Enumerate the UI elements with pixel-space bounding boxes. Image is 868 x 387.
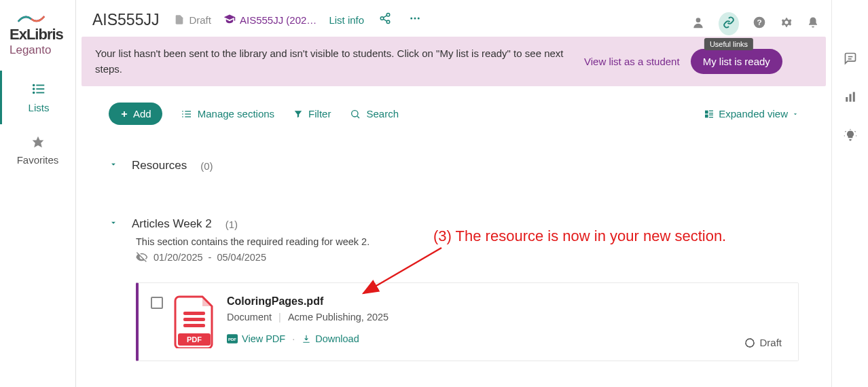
help-icon[interactable]: ? xyxy=(753,16,766,32)
draft-status-icon xyxy=(744,337,755,348)
manage-sections-link[interactable]: Manage sections xyxy=(181,108,274,119)
section-resources[interactable]: Resources (0) xyxy=(109,147,799,185)
svg-point-14 xyxy=(418,18,420,20)
search-label: Search xyxy=(366,108,399,119)
expanded-view-icon xyxy=(704,109,715,119)
view-pdf-link[interactable]: PDF View PDF xyxy=(227,333,285,344)
svg-point-20 xyxy=(352,110,358,116)
share-icon[interactable] xyxy=(376,10,394,30)
banner-text: Your list hasn't been sent to the librar… xyxy=(95,46,584,77)
toolbar: Add Manage sections Filter Search Expand… xyxy=(76,86,831,133)
annotation-arrow-icon xyxy=(357,244,452,306)
svg-rect-28 xyxy=(183,312,205,315)
top-icons: Useful links ? xyxy=(691,12,819,35)
svg-point-7 xyxy=(386,14,390,17)
section-count: (0) xyxy=(200,160,213,172)
course-tag[interactable]: AIS555JJ (202… xyxy=(223,14,317,26)
graduation-cap-icon xyxy=(223,14,236,26)
svg-point-12 xyxy=(410,18,412,20)
resource-publisher: Acme Publishing, 2025 xyxy=(288,312,388,322)
brand-sub: Leganto xyxy=(10,43,67,57)
svg-text:PDF: PDF xyxy=(228,337,236,342)
dot: · xyxy=(292,333,295,344)
logo-swoosh-icon xyxy=(15,12,48,24)
draft-tag: Draft xyxy=(174,14,211,26)
svg-marker-6 xyxy=(32,136,43,148)
svg-line-48 xyxy=(854,131,855,132)
pdf-icon: PDF xyxy=(174,295,216,348)
svg-rect-24 xyxy=(709,110,713,111)
right-sidebar xyxy=(831,0,868,387)
resource-card[interactable]: PDF ColoringPages.pdf Document | Acme Pu… xyxy=(136,282,799,361)
nav-favorites-label: Favorites xyxy=(0,154,75,166)
svg-rect-29 xyxy=(183,318,205,321)
plus-icon xyxy=(120,109,129,119)
more-icon[interactable] xyxy=(406,10,424,30)
analytics-icon[interactable] xyxy=(844,91,856,106)
nav-lists[interactable]: Lists xyxy=(0,71,75,124)
search-link[interactable]: Search xyxy=(350,108,399,119)
download-link[interactable]: Download xyxy=(302,333,359,344)
svg-rect-23 xyxy=(705,114,708,117)
annotation-text: (3) The resource is now in your new sect… xyxy=(433,227,726,245)
date-end: 05/04/2025 xyxy=(217,252,266,263)
svg-point-5 xyxy=(33,92,35,94)
view-mode-toggle[interactable]: Expanded view xyxy=(704,108,799,119)
star-icon xyxy=(0,135,75,151)
svg-rect-25 xyxy=(709,113,713,113)
left-sidebar: ExLibris Leganto Lists Favorites xyxy=(0,0,76,387)
nav-lists-label: Lists xyxy=(2,102,75,113)
draft-label: Draft xyxy=(189,14,211,26)
resource-checkbox[interactable] xyxy=(151,297,163,309)
search-icon xyxy=(350,109,361,119)
chevron-down-icon xyxy=(792,111,799,117)
svg-rect-22 xyxy=(705,110,708,113)
view-pdf-label: View PDF xyxy=(242,333,285,344)
list-info-link[interactable]: List info xyxy=(329,14,364,26)
filter-label: Filter xyxy=(308,108,331,119)
document-icon xyxy=(174,14,185,25)
section-dates: 01/20/2025 - 05/04/2025 xyxy=(136,251,799,263)
resource-meta: Document | Acme Publishing, 2025 xyxy=(227,312,782,322)
svg-point-4 xyxy=(33,88,35,90)
filter-icon xyxy=(293,109,303,119)
section-title: Resources xyxy=(132,159,187,172)
my-list-ready-button[interactable]: My list is ready xyxy=(691,49,782,74)
view-as-student-link[interactable]: View list as a student xyxy=(584,56,680,67)
nav-favorites[interactable]: Favorites xyxy=(0,124,75,177)
date-start: 01/20/2025 xyxy=(153,252,203,263)
links-icon[interactable]: Useful links xyxy=(719,12,739,35)
pdf-badge-icon: PDF xyxy=(227,334,238,344)
svg-line-21 xyxy=(357,116,359,118)
list-icon xyxy=(2,81,75,99)
resource-type: Document xyxy=(227,312,272,322)
add-button[interactable]: Add xyxy=(109,103,162,125)
svg-point-13 xyxy=(414,18,416,20)
course-label: AIS555JJ (202… xyxy=(240,14,317,26)
notifications-icon[interactable] xyxy=(807,16,819,32)
brand-name: ExLibris xyxy=(10,26,67,43)
svg-line-47 xyxy=(845,131,846,132)
resource-body: ColoringPages.pdf Document | Acme Publis… xyxy=(227,295,782,348)
settings-icon[interactable] xyxy=(780,16,793,32)
divider: | xyxy=(278,312,281,322)
lightbulb-icon[interactable] xyxy=(844,129,857,145)
user-icon[interactable] xyxy=(691,16,705,32)
main: AIS555JJ Draft AIS555JJ (202… List info … xyxy=(76,0,831,387)
filter-link[interactable]: Filter xyxy=(293,108,331,119)
view-mode-label: Expanded view xyxy=(719,108,788,119)
chevron-down-icon[interactable] xyxy=(109,218,118,230)
svg-rect-30 xyxy=(183,324,205,327)
chat-icon[interactable] xyxy=(844,52,857,68)
svg-text:?: ? xyxy=(757,18,761,26)
svg-rect-26 xyxy=(709,114,713,115)
svg-point-9 xyxy=(386,20,390,24)
manage-label: Manage sections xyxy=(198,108,274,119)
date-sep: - xyxy=(209,252,212,263)
resource-actions: PDF View PDF · Download xyxy=(227,333,782,344)
svg-rect-43 xyxy=(846,97,848,102)
chevron-down-icon[interactable] xyxy=(109,160,118,172)
sections: Resources (0) Articles Week 2 (1) This s… xyxy=(76,133,831,361)
svg-line-52 xyxy=(363,248,441,293)
page-title: AIS555JJ xyxy=(92,11,159,29)
